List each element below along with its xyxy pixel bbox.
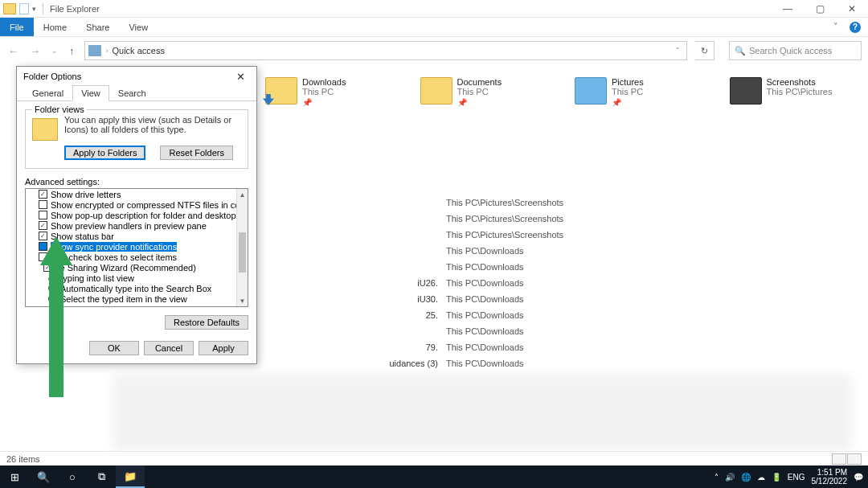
forward-button[interactable]: →	[28, 45, 42, 57]
file-row[interactable]: This PC\Pictures\Screenshots	[265, 195, 820, 211]
adv-setting-item[interactable]: Use check boxes to select items	[26, 252, 248, 262]
file-location: This PC\Downloads	[446, 326, 524, 336]
checkbox[interactable]: ✓	[39, 232, 47, 240]
back-button[interactable]: ←	[6, 45, 20, 57]
adv-setting-item[interactable]: en typing into list view	[26, 273, 248, 283]
up-button[interactable]: ↑	[68, 45, 76, 57]
file-row[interactable]: This PC\Pictures\Screenshots	[265, 227, 820, 243]
checkbox[interactable]	[39, 242, 47, 251]
dialog-close-button[interactable]: ✕	[231, 71, 250, 83]
adv-setting-label: Use check boxes to select items	[51, 252, 177, 262]
adv-setting-label: se Sharing Wizard (Recommended)	[55, 263, 196, 273]
adv-setting-item[interactable]: ✓Show drive letters	[26, 189, 248, 199]
file-location: This PC\Downloads	[446, 342, 524, 352]
adv-setting-item[interactable]: Show encrypted or compressed NTFS files …	[26, 199, 248, 210]
adv-setting-item[interactable]: ✓Show preview handlers in preview pane	[26, 220, 248, 231]
folder-tile[interactable]: PicturesThis PC📌	[575, 77, 698, 107]
volume-icon[interactable]: 🔊	[725, 473, 735, 482]
recent-dropdown[interactable]: ⌄	[50, 47, 59, 55]
checkbox[interactable]	[39, 211, 47, 219]
search-input[interactable]: 🔍 Search Quick access	[729, 41, 862, 60]
onedrive-icon[interactable]: ☁	[757, 473, 765, 482]
qat-item[interactable]	[19, 3, 29, 14]
cancel-button[interactable]: Cancel	[144, 341, 194, 355]
cortana-button[interactable]: ○	[58, 465, 87, 488]
file-row[interactable]: iU30.This PC\Downloads	[265, 291, 820, 307]
scroll-up-icon[interactable]: ▲	[237, 189, 248, 200]
breadcrumb[interactable]: Quick access	[110, 46, 167, 55]
network-icon[interactable]: 🌐	[741, 473, 751, 482]
adv-setting-item[interactable]: ✓se Sharing Wizard (Recommended)	[26, 262, 248, 273]
tab-view-dialog[interactable]: View	[72, 85, 109, 101]
ok-button[interactable]: OK	[89, 341, 139, 355]
tab-home[interactable]: Home	[34, 18, 76, 36]
advanced-settings-list[interactable]: ✓Show drive lettersShow encrypted or com…	[25, 188, 248, 307]
checkbox[interactable]	[39, 252, 47, 261]
file-row[interactable]: This PC\Downloads	[265, 259, 820, 275]
minimize-button[interactable]: —	[772, 0, 804, 18]
tab-view[interactable]: View	[119, 18, 158, 36]
radio[interactable]	[48, 284, 57, 293]
close-button[interactable]: ✕	[836, 0, 868, 18]
clock[interactable]: 1:51 PM 5/12/2022	[812, 468, 848, 486]
explorer-taskbar-button[interactable]: 📁	[116, 465, 145, 488]
adv-setting-label: Show status bar	[51, 232, 114, 241]
apply-button[interactable]: Apply	[199, 341, 248, 355]
checkbox[interactable]: ✓	[43, 263, 52, 272]
language-indicator[interactable]: ENG	[788, 473, 805, 482]
taskview-button[interactable]: ⧉	[87, 465, 116, 488]
file-row[interactable]: iU26.This PC\Downloads	[265, 275, 820, 291]
reset-folders-button[interactable]: Reset Folders	[160, 146, 232, 160]
scrollbar-thumb[interactable]	[239, 232, 246, 273]
file-row[interactable]: This PC\Downloads	[265, 243, 820, 259]
folder-icon	[265, 77, 297, 105]
folder-location: This PC	[302, 87, 346, 96]
file-row[interactable]: This PC\Pictures\Screenshots	[265, 211, 820, 227]
folder-tile[interactable]: DownloadsThis PC📌	[265, 77, 388, 107]
tab-search[interactable]: Search	[109, 85, 155, 101]
window-title: File Explorer	[50, 4, 100, 14]
qat-dropdown[interactable]: ▾	[32, 5, 36, 13]
adv-setting-item[interactable]: Show pop-up description for folder and d…	[26, 210, 248, 220]
adv-setting-item[interactable]: Automatically type into the Search Box	[26, 283, 248, 293]
tab-share[interactable]: Share	[76, 18, 119, 36]
notifications-icon[interactable]: 💬	[854, 473, 863, 482]
file-row[interactable]: 79.This PC\Downloads	[265, 339, 820, 355]
scroll-down-icon[interactable]: ▼	[237, 295, 248, 306]
thumbnails-view-button[interactable]	[847, 453, 862, 465]
tab-general[interactable]: General	[23, 85, 72, 101]
radio[interactable]	[48, 294, 57, 303]
adv-setting-label: Show encrypted or compressed NTFS files …	[51, 200, 248, 210]
checkbox[interactable]	[39, 200, 47, 209]
tray-chevron-icon[interactable]: ˄	[714, 473, 719, 482]
file-row[interactable]: uidances (3)This PC\Downloads	[265, 355, 820, 371]
refresh-button[interactable]: ↻	[695, 41, 714, 60]
file-row[interactable]: 25.This PC\Downloads	[265, 307, 820, 323]
help-button[interactable]: ?	[847, 18, 863, 36]
scrollbar[interactable]: ▲ ▼	[236, 189, 248, 306]
search-taskbar-button[interactable]: 🔍	[29, 465, 58, 488]
restore-defaults-button[interactable]: Restore Defaults	[165, 315, 248, 330]
checkbox[interactable]: ✓	[39, 221, 47, 230]
file-tab[interactable]: File	[0, 18, 34, 36]
adv-setting-item[interactable]: ation pane	[26, 304, 248, 307]
details-view-button[interactable]	[832, 453, 846, 465]
folder-location: This PC	[612, 87, 644, 96]
address-bar[interactable]: › Quick access ˅	[84, 41, 688, 60]
adv-setting-item[interactable]: Show sync provider notifications	[26, 241, 248, 252]
blurred-content	[113, 374, 852, 450]
ribbon-collapse[interactable]: ˅	[828, 18, 844, 36]
maximize-button[interactable]: ▢	[804, 0, 836, 18]
address-dropdown[interactable]: ˅	[673, 47, 683, 55]
file-row[interactable]: This PC\Downloads	[265, 323, 820, 339]
checkbox[interactable]: ✓	[39, 190, 47, 199]
folder-tile[interactable]: ScreenshotsThis PC\Pictures	[730, 77, 853, 107]
adv-setting-label: Show drive letters	[51, 190, 121, 199]
advanced-settings-label: Advanced settings:	[25, 177, 248, 187]
adv-setting-item[interactable]: ✓Show status bar	[26, 231, 248, 241]
adv-setting-item[interactable]: Select the typed item in the view	[26, 293, 248, 304]
battery-icon[interactable]: 🔋	[772, 473, 781, 482]
start-button[interactable]: ⊞	[0, 465, 29, 488]
folder-tile[interactable]: DocumentsThis PC📌	[420, 77, 543, 107]
apply-to-folders-button[interactable]: Apply to Folders	[64, 146, 145, 160]
